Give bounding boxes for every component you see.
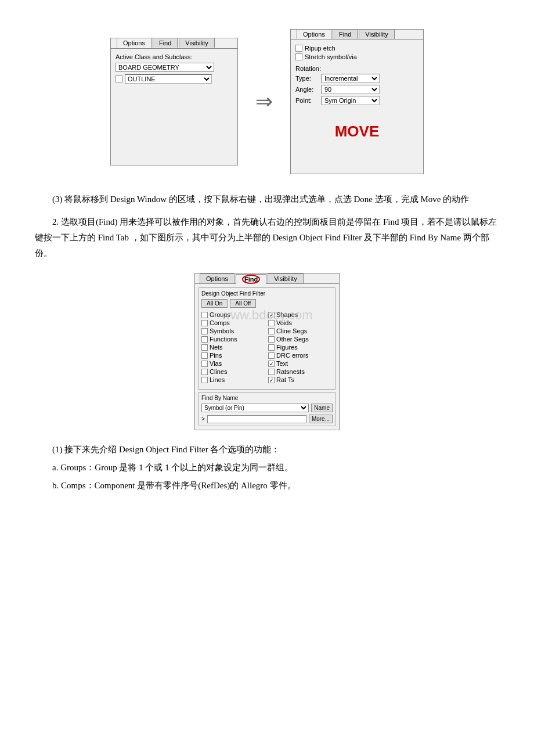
point-label: Point: [295,97,322,104]
point-dropdown[interactable]: Sym Origin [322,96,380,105]
figures-checkbox[interactable] [268,344,275,351]
type-label: Type: [295,75,322,82]
right-panel-body: Ripup etch Stretch symbol/via Rotation: … [291,39,423,145]
voids-checkbox[interactable] [268,320,275,326]
comps-label: Comps [210,319,230,326]
paragraph-1: (3) 将鼠标移到 Design Window 的区域，按下鼠标右键，出现弹出式… [35,192,499,207]
find-panel-tabs: Options Find Visibility [200,273,344,283]
functions-label: Functions [210,336,237,343]
filter-shapes: Shapes [268,311,333,318]
right-tab-find[interactable]: Find [333,29,358,39]
more-button[interactable]: More... [309,415,333,423]
left-tab-options[interactable]: Options [117,38,151,48]
left-panel: Options Find Visibility Active Class and… [110,38,238,165]
board-geometry-dropdown[interactable]: BOARD GEOMETRY [116,63,214,72]
filter-vias: Vias [201,360,266,367]
active-class-label: Active Class and Subclass: [116,53,233,60]
name-button[interactable]: Name [311,404,333,412]
filter-section: Design Object Find Filter All On All Off… [199,287,335,390]
filter-rat-ts: Rat Ts [268,376,333,383]
left-tab-find[interactable]: Find [153,38,178,48]
find-by-name-dropdown[interactable]: Symbol (or Pin) [201,404,309,412]
cline-segs-label: Cline Segs [276,327,307,334]
filter-ratsnests: Ratsnests [268,368,333,375]
rotation-label: Rotation: [295,65,321,72]
pins-checkbox[interactable] [201,352,208,359]
cline-segs-checkbox[interactable] [268,328,275,334]
rat-ts-checkbox[interactable] [268,377,275,383]
point-row: Point: Sym Origin [295,96,418,105]
find-tab-options[interactable]: Options [200,273,234,283]
find-by-name-input[interactable] [207,415,306,423]
body-item-b: b. Comps：Component 是带有零件序号(RefDes)的 Alle… [52,478,499,494]
all-on-button[interactable]: All On [201,299,228,308]
outline-dropdown[interactable]: OUTLINE [125,74,212,84]
text-label: Text [276,360,288,367]
outline-row: OUTLINE [116,74,233,84]
shapes-label: Shapes [276,311,298,318]
shapes-checkbox[interactable] [268,312,275,318]
ratsnests-checkbox[interactable] [268,369,275,375]
rotation-label-row: Rotation: [295,65,418,72]
filter-buttons: All On All Off [201,299,333,308]
rat-ts-label: Rat Ts [276,376,294,383]
angle-label: Angle: [295,86,322,93]
find-tab-find[interactable]: Find [236,274,266,284]
rotation-section: Rotation: Type: Incremental Angle: 90 Po… [295,65,418,105]
ratsnests-label: Ratsnests [276,368,305,375]
filter-functions: Functions [201,336,266,343]
stretch-checkbox[interactable] [295,53,302,60]
ripup-checkbox[interactable] [295,45,302,52]
vias-checkbox[interactable] [201,361,208,367]
right-panel: Options Find Visibility Ripup etch Stret… [290,29,424,174]
ripup-row: Ripup etch [295,45,418,52]
input-arrow: > [201,416,205,422]
top-diagram-row: Options Find Visibility Active Class and… [35,29,499,174]
drc-errors-checkbox[interactable] [268,352,275,359]
filter-section-label: Design Object Find Filter [201,290,333,297]
angle-row: Angle: 90 [295,85,418,94]
find-panel-body: Design Object Find Filter All On All Off… [195,283,339,430]
type-dropdown[interactable]: Incremental [322,74,380,83]
body-intro: (1) 接下来先介绍 Design Object Find Filter 各个选… [52,442,499,458]
filter-grid: Groups Shapes Comps Voids [201,311,333,383]
find-by-name-label: Find By Name [201,395,333,401]
pins-label: Pins [210,352,222,359]
vias-label: Vias [210,360,222,367]
symbols-label: Symbols [210,327,234,334]
clines-label: Clines [210,368,228,375]
filter-figures: Figures [268,344,333,351]
ripup-label: Ripup etch [305,45,335,52]
find-by-name-row: Symbol (or Pin) Name [201,404,333,412]
comps-checkbox[interactable] [201,320,208,326]
find-by-name-input-row: > More... [201,415,333,423]
right-tab-options[interactable]: Options [297,29,331,39]
symbols-checkbox[interactable] [201,328,208,334]
groups-checkbox[interactable] [201,312,208,318]
filter-pins: Pins [201,352,266,359]
paragraph-2: 2. 选取项目(Find) 用来选择可以被作用的对象，首先确认右边的控制面板目前… [35,214,499,261]
angle-dropdown[interactable]: 90 [322,85,380,94]
clines-checkbox[interactable] [201,369,208,375]
left-panel-body: Active Class and Subclass: BOARD GEOMETR… [111,48,237,90]
outline-checkbox[interactable] [116,75,122,82]
filter-voids: Voids [268,319,333,326]
groups-label: Groups [210,311,230,318]
other-segs-checkbox[interactable] [268,336,275,343]
text-checkbox[interactable] [268,361,275,367]
board-geometry-select[interactable]: BOARD GEOMETRY [116,63,233,72]
find-tab-visibility[interactable]: Visibility [268,273,304,283]
filter-comps: Comps [201,319,266,326]
body-item-a: a. Groups：Group 是将 1 个或 1 个以上的对象设定为同一群组。 [52,460,499,476]
filter-groups: Groups [201,311,266,318]
nets-checkbox[interactable] [201,344,208,351]
functions-checkbox[interactable] [201,336,208,343]
filter-nets: Nets [201,344,266,351]
all-off-button[interactable]: All Off [230,299,256,308]
right-tab-visibility[interactable]: Visibility [359,29,395,39]
left-tab-visibility[interactable]: Visibility [179,38,215,48]
lines-checkbox[interactable] [201,377,208,383]
stretch-row: Stretch symbol/via [295,53,418,60]
type-row: Type: Incremental [295,74,418,83]
right-panel-tabs: Options Find Visibility [297,29,429,39]
